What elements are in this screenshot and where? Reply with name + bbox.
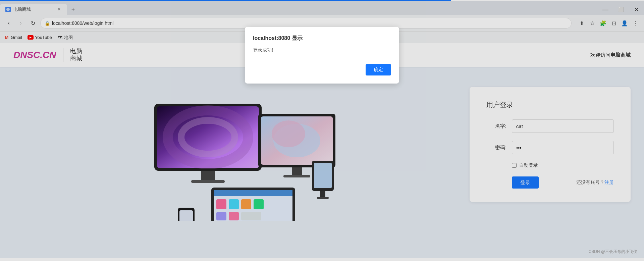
modal-confirm-button[interactable]: 确定 xyxy=(366,64,391,75)
modal-box: localhost:8080 显示 登录成功! 确定 xyxy=(245,27,399,84)
modal-footer: 确定 xyxy=(253,64,391,75)
modal-title: localhost:8080 显示 xyxy=(253,35,391,42)
modal-message: 登录成功! xyxy=(253,45,391,56)
modal-overlay: localhost:8080 显示 登录成功! 确定 xyxy=(0,0,644,261)
